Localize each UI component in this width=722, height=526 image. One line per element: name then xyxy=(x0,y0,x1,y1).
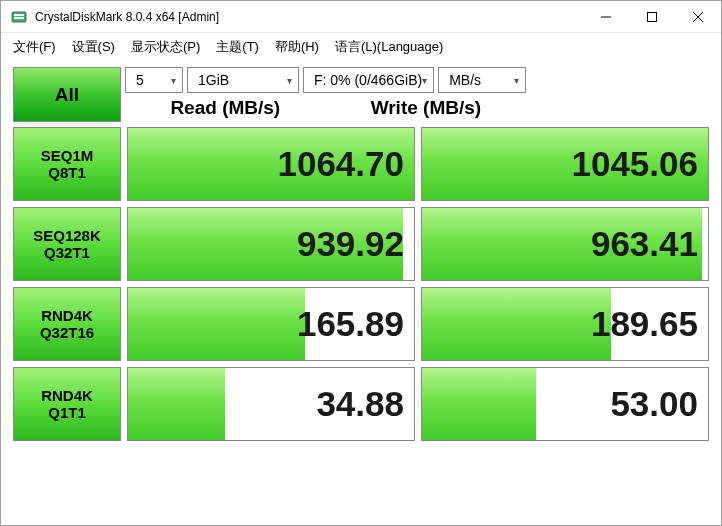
test-name-line1: RND4K xyxy=(41,307,93,324)
test-name-line1: SEQ1M xyxy=(41,147,94,164)
read-value: 939.92 xyxy=(297,224,404,264)
chevron-down-icon: ▾ xyxy=(514,75,519,86)
svg-rect-4 xyxy=(648,12,657,21)
svg-rect-1 xyxy=(14,14,24,16)
write-value-cell: 53.00 xyxy=(421,367,709,441)
write-value: 189.65 xyxy=(591,304,698,344)
read-value-cell: 1064.70 xyxy=(127,127,415,201)
app-icon xyxy=(11,9,27,25)
write-value: 963.41 xyxy=(591,224,698,264)
run-all-button[interactable]: All xyxy=(13,67,121,122)
write-value: 53.00 xyxy=(610,384,698,424)
read-value-cell: 939.92 xyxy=(127,207,415,281)
results-grid: SEQ1M Q8T1 1064.70 1045.06 SEQ128K Q32T1… xyxy=(1,127,721,525)
maximize-button[interactable] xyxy=(629,1,675,33)
minimize-button[interactable] xyxy=(583,1,629,33)
result-row: RND4K Q32T16 165.89 189.65 xyxy=(13,287,709,361)
menu-theme[interactable]: 主题(T) xyxy=(208,34,267,60)
controls-row: All 5 ▾ 1GiB ▾ F: 0% (0/466GiB) ▾ MB/s ▾ xyxy=(1,61,721,127)
size-value: 1GiB xyxy=(198,72,229,88)
test-button-1[interactable]: SEQ128K Q32T1 xyxy=(13,207,121,281)
test-name-line1: RND4K xyxy=(41,387,93,404)
read-bar xyxy=(128,368,225,440)
window-title: CrystalDiskMark 8.0.4 x64 [Admin] xyxy=(35,10,583,24)
test-name-line2: Q32T1 xyxy=(44,244,90,261)
titlebar: CrystalDiskMark 8.0.4 x64 [Admin] xyxy=(1,1,721,33)
read-value-cell: 165.89 xyxy=(127,287,415,361)
count-dropdown[interactable]: 5 ▾ xyxy=(125,67,183,93)
drive-dropdown[interactable]: F: 0% (0/466GiB) ▾ xyxy=(303,67,434,93)
test-name-line2: Q1T1 xyxy=(48,404,86,421)
drive-value: F: 0% (0/466GiB) xyxy=(314,72,422,88)
chevron-down-icon: ▾ xyxy=(287,75,292,86)
menu-profile[interactable]: 显示状态(P) xyxy=(123,34,208,60)
write-bar xyxy=(422,368,536,440)
unit-value: MB/s xyxy=(449,72,481,88)
test-button-0[interactable]: SEQ1M Q8T1 xyxy=(13,127,121,201)
test-name-line2: Q32T16 xyxy=(40,324,94,341)
write-value: 1045.06 xyxy=(571,144,698,184)
write-value-cell: 189.65 xyxy=(421,287,709,361)
count-value: 5 xyxy=(136,72,144,88)
close-button[interactable] xyxy=(675,1,721,33)
result-row: SEQ128K Q32T1 939.92 963.41 xyxy=(13,207,709,281)
read-header: Read (MB/s) xyxy=(125,95,326,123)
write-header: Write (MB/s) xyxy=(326,95,527,123)
size-dropdown[interactable]: 1GiB ▾ xyxy=(187,67,299,93)
read-value: 1064.70 xyxy=(277,144,404,184)
menu-help[interactable]: 帮助(H) xyxy=(267,34,327,60)
read-bar xyxy=(128,288,305,360)
test-button-2[interactable]: RND4K Q32T16 xyxy=(13,287,121,361)
result-row: SEQ1M Q8T1 1064.70 1045.06 xyxy=(13,127,709,201)
svg-rect-2 xyxy=(14,17,24,19)
menu-settings[interactable]: 设置(S) xyxy=(64,34,123,60)
menu-file[interactable]: 文件(F) xyxy=(5,34,64,60)
write-value-cell: 963.41 xyxy=(421,207,709,281)
app-window: CrystalDiskMark 8.0.4 x64 [Admin] 文件(F) … xyxy=(0,0,722,526)
test-name-line1: SEQ128K xyxy=(33,227,101,244)
menu-language[interactable]: 语言(L)(Language) xyxy=(327,34,451,60)
write-bar xyxy=(422,288,611,360)
test-button-3[interactable]: RND4K Q1T1 xyxy=(13,367,121,441)
result-row: RND4K Q1T1 34.88 53.00 xyxy=(13,367,709,441)
chevron-down-icon: ▾ xyxy=(171,75,176,86)
write-value-cell: 1045.06 xyxy=(421,127,709,201)
unit-dropdown[interactable]: MB/s ▾ xyxy=(438,67,526,93)
menubar: 文件(F) 设置(S) 显示状态(P) 主题(T) 帮助(H) 语言(L)(La… xyxy=(1,33,721,61)
test-name-line2: Q8T1 xyxy=(48,164,86,181)
read-value-cell: 34.88 xyxy=(127,367,415,441)
read-value: 34.88 xyxy=(316,384,404,424)
chevron-down-icon: ▾ xyxy=(422,75,427,86)
read-value: 165.89 xyxy=(297,304,404,344)
